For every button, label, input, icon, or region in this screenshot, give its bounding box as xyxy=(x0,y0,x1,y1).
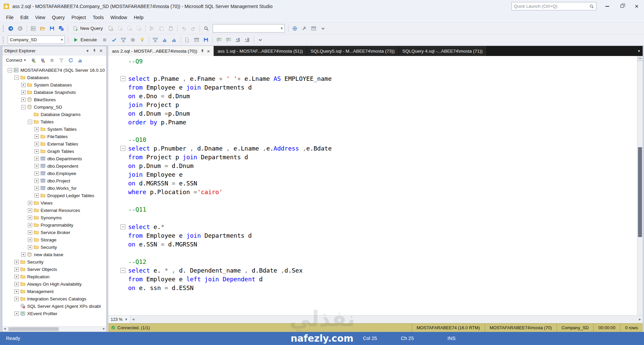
tree-item-dbo-project[interactable]: +dbo.Project xyxy=(2,177,106,184)
expander-expand-icon[interactable]: + xyxy=(21,90,25,95)
database-selector[interactable]: Company_SD▾ xyxy=(8,36,65,44)
menu-project[interactable]: Project xyxy=(68,12,90,22)
expander-expand-icon[interactable]: + xyxy=(21,252,25,257)
toolbar-grip[interactable] xyxy=(3,25,4,32)
zoom-selector[interactable]: 123 % ▾ xyxy=(108,315,130,323)
tab-sqlquery-4-sql-abee74-mosta-71[interactable]: SQLQuery 4.sql -...ABEE74\mosta (71)) xyxy=(399,46,487,56)
live-query-stats-icon[interactable] xyxy=(160,36,169,44)
template-explorer-icon[interactable] xyxy=(309,24,318,33)
editor-splitter-handle[interactable] xyxy=(637,56,643,61)
code-line[interactable]: join Project p xyxy=(108,101,643,109)
object-explorer-hscrollbar[interactable]: ◀ ▶ xyxy=(2,326,106,332)
code-line[interactable]: from Employee e join Departments d xyxy=(108,83,643,92)
tree-item-programmability[interactable]: +Programmability xyxy=(2,221,106,229)
code-line[interactable] xyxy=(108,66,643,74)
scroll-left-arrow-icon[interactable]: ◀ xyxy=(4,327,6,330)
code-line[interactable]: −select p.Pname , e.Fname + ' '+ e.Lname… xyxy=(108,74,643,83)
close-button[interactable]: × xyxy=(629,0,644,12)
tree-item-management[interactable]: +Management xyxy=(2,288,106,295)
results-to-file-icon[interactable] xyxy=(202,36,210,44)
tree-item-xevent-profiler[interactable]: +XEvent Profiler xyxy=(2,310,106,317)
cancel-query-icon[interactable] xyxy=(100,36,109,44)
tree-item-system-tables[interactable]: +System Tables xyxy=(2,125,106,133)
tree-item-synonyms[interactable]: +Synonyms xyxy=(2,214,106,221)
menu-tools[interactable]: Tools xyxy=(89,12,107,22)
active-files-chevron-icon[interactable]: ▾ xyxy=(638,46,640,56)
tree-item-bikestores[interactable]: +BikeStores xyxy=(2,96,106,103)
fold-toggle-icon[interactable]: − xyxy=(120,268,125,273)
results-to-text-icon[interactable] xyxy=(183,36,192,44)
paste-icon[interactable] xyxy=(166,24,175,33)
quick-launch[interactable] xyxy=(512,2,596,10)
back-button[interactable] xyxy=(6,24,15,33)
connect-server-icon[interactable] xyxy=(29,56,38,64)
code-line[interactable]: −select p.Pnumber , d.Dname , e.Lname ,e… xyxy=(108,144,643,153)
code-surface[interactable]: --Q9−select p.Pname , e.Fname + ' '+ e.L… xyxy=(108,56,643,292)
expander-expand-icon[interactable]: + xyxy=(14,267,19,272)
tree-item-filetables[interactable]: +FileTables xyxy=(2,133,106,140)
fold-toggle-icon[interactable]: − xyxy=(120,146,125,151)
expander-expand-icon[interactable]: + xyxy=(35,193,39,198)
expander-expand-icon[interactable]: + xyxy=(14,275,19,279)
tree-item-dbo-dependent[interactable]: +dbo.Dependent xyxy=(2,162,106,170)
tree-item-external-tables[interactable]: +External Tables xyxy=(2,140,106,148)
properties-window-icon[interactable] xyxy=(300,24,309,33)
pin-icon[interactable] xyxy=(91,47,98,54)
save-icon[interactable] xyxy=(48,24,56,33)
tab-ass-1-sql-mostaf-abee74-mosta-[interactable]: ass 1.sql - MOSTAF...ABEE74\mosta (51)) xyxy=(214,46,307,56)
expander-expand-icon[interactable]: + xyxy=(28,245,32,249)
code-line[interactable]: --Q12 xyxy=(108,257,643,266)
expander-expand-icon[interactable]: + xyxy=(35,186,39,190)
code-line[interactable]: where p.Plocation ='cairo' xyxy=(108,188,643,196)
tree-item-tables[interactable]: −Tables xyxy=(2,118,106,125)
expander-expand-icon[interactable]: + xyxy=(35,179,39,183)
tree-item-databases[interactable]: −Databases xyxy=(2,74,106,81)
expander-expand-icon[interactable]: + xyxy=(28,208,32,213)
comment-selection-icon[interactable] xyxy=(215,36,223,44)
save-all-icon[interactable] xyxy=(57,24,66,33)
find-icon[interactable] xyxy=(202,24,211,33)
tree-item-new-data-base[interactable]: +new data base xyxy=(2,251,106,258)
quick-launch-input[interactable] xyxy=(514,4,589,9)
expander-expand-icon[interactable]: + xyxy=(35,134,39,139)
expander-expand-icon[interactable]: + xyxy=(14,311,19,316)
code-line[interactable]: −select e.* xyxy=(108,223,643,231)
tree-item-dropped-ledger-tables[interactable]: +Dropped Ledger Tables xyxy=(2,192,106,199)
code-line[interactable] xyxy=(108,127,643,135)
restore-button[interactable] xyxy=(614,0,629,12)
code-line[interactable]: from Employee e join Departments d xyxy=(108,231,643,240)
code-line[interactable]: on d.Dnum =p.Dnum xyxy=(108,109,643,118)
fold-toggle-icon[interactable]: − xyxy=(120,224,125,229)
sql-editor[interactable]: --Q9−select p.Pname , e.Fname + ' '+ e.L… xyxy=(108,56,643,315)
code-line[interactable] xyxy=(108,196,643,205)
tree-item-graph-tables[interactable]: +Graph Tables xyxy=(2,148,106,155)
expander-expand-icon[interactable]: + xyxy=(14,260,19,264)
code-line[interactable] xyxy=(108,249,643,257)
open-file-icon[interactable] xyxy=(38,24,47,33)
web-browser-icon[interactable] xyxy=(290,24,299,33)
fold-toggle-icon[interactable]: − xyxy=(120,76,125,81)
tree-item-security[interactable]: +Security xyxy=(2,258,106,266)
new-xmla-query-icon[interactable] xyxy=(135,24,143,33)
tab-ass-2-sql-mostaf-abee74-mosta-[interactable]: ass 2.sql - MOSTAF...ABEE74\mosta (70))× xyxy=(108,46,214,56)
expander-expand-icon[interactable]: + xyxy=(21,98,25,102)
expander-expand-icon[interactable]: + xyxy=(28,230,32,235)
code-line[interactable]: --Q9 xyxy=(108,57,643,66)
menu-query[interactable]: Query xyxy=(49,12,68,22)
menu-window[interactable]: Window xyxy=(107,12,130,22)
intellisense-icon[interactable] xyxy=(138,36,147,44)
tree-item-mostafarabee74-sql-server-16-0-10[interactable]: −MOSTAFARABEE74 (SQL Server 16.0.10 xyxy=(2,66,106,74)
menu-file[interactable]: File xyxy=(3,12,17,22)
connect-button[interactable]: Connect ▾ xyxy=(4,56,28,64)
decrease-indent-icon[interactable] xyxy=(233,36,242,44)
expander-expand-icon[interactable]: + xyxy=(28,238,32,242)
window-position-chevron-icon[interactable]: ▾ xyxy=(84,47,91,54)
tree-item-views[interactable]: +Views xyxy=(2,199,106,207)
scrollbar-thumb[interactable] xyxy=(638,147,642,237)
tree-item-dbo-works-for[interactable]: +dbo.Works_for xyxy=(2,184,106,192)
tree-item-dbo-departments[interactable]: +dbo.Departments xyxy=(2,155,106,162)
tree-item-server-objects[interactable]: +Server Objects xyxy=(2,266,106,273)
new-query-button[interactable]: New Query xyxy=(70,24,106,33)
expander-expand-icon[interactable]: + xyxy=(14,282,19,286)
disconnect-server-icon[interactable] xyxy=(38,56,47,64)
